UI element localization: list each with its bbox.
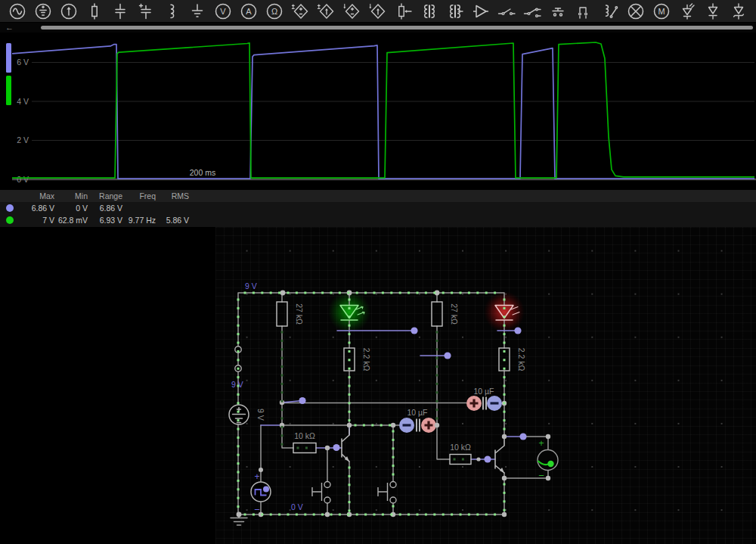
cccs-icon[interactable] bbox=[367, 1, 388, 21]
label-meter-minus: − bbox=[538, 470, 544, 481]
scope-tick-labels: 6 V 4 V 2 V 0 V bbox=[17, 58, 29, 184]
value-range-b: 6.93 V bbox=[89, 216, 124, 225]
relay-icon[interactable] bbox=[600, 1, 620, 21]
value-max-a: 6.86 V bbox=[20, 204, 56, 213]
transistor-q2[interactable] bbox=[495, 437, 504, 473]
transformer-icon[interactable] bbox=[420, 1, 440, 21]
channel-b-color-dot bbox=[6, 216, 14, 224]
oscilloscope[interactable]: 6 V 4 V 2 V 0 V 200 ms bbox=[0, 33, 756, 190]
pushbutton-right[interactable] bbox=[378, 482, 396, 504]
led-icon[interactable] bbox=[677, 1, 697, 21]
ac-source-icon[interactable] bbox=[7, 1, 27, 21]
relay-contact-icon[interactable] bbox=[574, 1, 594, 21]
square-wave-source[interactable] bbox=[251, 482, 271, 502]
pushbutton-icon[interactable] bbox=[548, 1, 569, 21]
voltmeter-icon[interactable]: V bbox=[213, 1, 234, 21]
vcvs-icon[interactable] bbox=[290, 1, 311, 21]
current-meter[interactable] bbox=[538, 450, 558, 471]
capacitor-icon[interactable] bbox=[110, 1, 130, 21]
label-cap-bottom: 10 µF bbox=[407, 408, 427, 417]
svg-text:M: M bbox=[658, 7, 665, 16]
capacitor-bottom-10uF[interactable] bbox=[399, 418, 436, 433]
current-flow-dots bbox=[237, 292, 506, 516]
value-max-b: 7 V bbox=[20, 216, 56, 225]
channel-a-color-dot bbox=[6, 204, 14, 212]
spdt-switch-icon[interactable] bbox=[522, 1, 543, 21]
resistor-10k-right bbox=[450, 455, 471, 465]
col-range: Range bbox=[89, 191, 124, 201]
channel-b-legend-bar[interactable] bbox=[6, 76, 11, 105]
circuit-canvas[interactable]: 9 V 9 V 9 V 0 V 27 kΩ 27 kΩ 2.2 kΩ 2.2 k… bbox=[215, 227, 756, 544]
label-r2.2k-left: 2.2 kΩ bbox=[362, 348, 371, 371]
resistor-27k-left bbox=[277, 302, 287, 326]
svg-text:6 V: 6 V bbox=[17, 58, 29, 67]
value-min-b: 62.8 mV bbox=[56, 216, 89, 225]
time-scale-label: 200 ms bbox=[190, 168, 215, 177]
diode-icon[interactable] bbox=[703, 1, 723, 21]
label-ground-voltage: 0 V bbox=[291, 502, 303, 511]
col-rms: RMS bbox=[157, 191, 191, 201]
resistor-27k-right bbox=[432, 302, 442, 326]
label-r27k-right: 27 kΩ bbox=[450, 303, 459, 325]
label-battery-value: 9 V bbox=[256, 409, 265, 421]
resistor-icon[interactable] bbox=[84, 1, 104, 21]
value-range-a: 6.86 V bbox=[89, 204, 124, 213]
motor-icon[interactable]: M bbox=[651, 1, 671, 21]
label-source-minus: − bbox=[254, 504, 260, 515]
lamp-icon[interactable] bbox=[625, 1, 646, 21]
label-battery-voltage: 9 V bbox=[231, 380, 243, 389]
ohmmeter-icon[interactable]: Ω bbox=[265, 1, 285, 21]
label-r10k-right: 10 kΩ bbox=[450, 443, 471, 452]
scrollbar-thumb[interactable] bbox=[41, 26, 753, 30]
potentiometer-icon[interactable] bbox=[393, 1, 414, 21]
current-source-icon[interactable] bbox=[58, 1, 79, 21]
label-source-plus: + bbox=[254, 471, 259, 482]
stats-row-channel-b: 7 V 62.8 mV 6.93 V 9.77 Hz 5.86 V bbox=[0, 214, 756, 226]
stats-header-row: Max Min Range Freq RMS bbox=[0, 190, 756, 202]
label-r10k-left: 10 kΩ bbox=[294, 431, 315, 440]
value-min-a: 0 V bbox=[56, 204, 89, 213]
scope-traces bbox=[12, 42, 754, 179]
scope-stats-table: Max Min Range Freq RMS 6.86 V 0 V 6.86 V… bbox=[0, 190, 756, 227]
svg-text:4 V: 4 V bbox=[17, 97, 29, 106]
svg-text:A: A bbox=[246, 7, 253, 16]
label-r2.2k-right: 2.2 kΩ bbox=[517, 348, 526, 371]
ammeter-icon[interactable]: A bbox=[239, 1, 259, 21]
svg-text:V: V bbox=[221, 7, 227, 16]
polarized-capacitor-icon[interactable] bbox=[135, 1, 156, 21]
pushbutton-left[interactable] bbox=[312, 482, 330, 504]
meter-needle-dot bbox=[547, 461, 553, 467]
trace-channel-A-blue bbox=[12, 45, 754, 179]
value-rms-b: 5.86 V bbox=[157, 216, 191, 225]
vccs-icon[interactable] bbox=[316, 1, 336, 21]
label-cap-top: 10 µF bbox=[473, 387, 494, 396]
app-window: V A Ω M ← 6 V 4 V bbox=[0, 0, 756, 544]
capacitor-top-10uF[interactable] bbox=[466, 396, 502, 411]
label-r27k-left: 27 kΩ bbox=[295, 303, 304, 325]
component-toolbar: V A Ω M bbox=[0, 0, 756, 23]
scope-gridlines bbox=[32, 63, 754, 141]
toolbar-scrollbar[interactable]: ← bbox=[0, 23, 756, 33]
col-freq: Freq bbox=[124, 191, 157, 201]
label-meter-plus: + bbox=[538, 438, 544, 449]
tapped-transformer-icon[interactable] bbox=[445, 1, 466, 21]
col-min: Min bbox=[56, 191, 89, 201]
scroll-left-arrow-icon[interactable]: ← bbox=[5, 23, 14, 33]
svg-text:2 V: 2 V bbox=[17, 135, 29, 145]
stats-row-channel-a: 6.86 V 0 V 6.86 V bbox=[0, 202, 756, 214]
transistor-q1[interactable] bbox=[342, 428, 349, 462]
inductor-icon[interactable] bbox=[162, 1, 182, 21]
spst-switch-icon[interactable] bbox=[497, 1, 517, 21]
channel-a-legend-bar[interactable] bbox=[6, 43, 11, 73]
label-supply-voltage: 9 V bbox=[245, 281, 257, 291]
col-max: Max bbox=[20, 191, 56, 201]
ccvs-icon[interactable] bbox=[342, 1, 362, 21]
zener-diode-icon[interactable] bbox=[729, 1, 749, 21]
svg-text:Ω: Ω bbox=[271, 7, 277, 16]
value-freq-b: 9.77 Hz bbox=[124, 216, 157, 225]
battery-icon[interactable] bbox=[33, 1, 53, 21]
buffer-icon[interactable] bbox=[471, 1, 491, 21]
svg-text:0 V: 0 V bbox=[17, 175, 29, 184]
ground-icon[interactable] bbox=[187, 1, 208, 21]
